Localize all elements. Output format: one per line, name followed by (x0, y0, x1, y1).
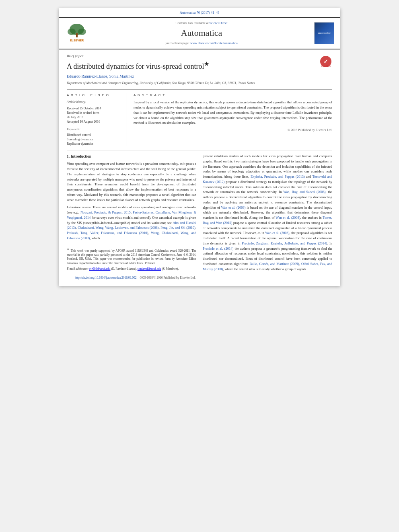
email-link-1[interactable]: ejr003@ucsd.edu (89, 267, 111, 271)
title-footnote-marker: ★ (204, 61, 209, 67)
copyright-line: © 2016 Published by Elsevier Ltd. (134, 128, 332, 132)
journal-thumbnail: automatica (314, 22, 334, 44)
authors-list: Eduardo Ramírez-Llanos, Sonia Martínez (67, 74, 332, 79)
journal-thumbnail-area: automatica (312, 22, 336, 44)
revised-date: 26 July 2016 (67, 115, 123, 119)
svg-text:CrossMark: CrossMark (321, 65, 331, 67)
cite-preciado[interactable]: Preciado, Zargham, Enyioha, Jadbabaie, a… (242, 241, 327, 245)
doi-link[interactable]: http://dx.doi.org/10.1016/j.automatica.2… (75, 276, 136, 280)
svg-text:✓: ✓ (323, 58, 328, 65)
footnote-star-note: ★ This work was partly supported by AFOS… (67, 248, 196, 266)
cite-peng[interactable]: Peng, Jin, and Shi (2010) (160, 226, 195, 230)
page: Automatica 76 (2017) 41–48 ELSEVIER Cont… (59, 8, 340, 286)
homepage-line: journal homepage: www.elsevier.com/locat… (95, 41, 308, 45)
intro-paragraph-1: Virus spreading over computer and human … (67, 161, 196, 202)
cite-chakrabarti[interactable]: Chakrabarti, Wang, Wang, Leskovec, and F… (78, 226, 159, 230)
cite-enyioha[interactable]: Enyioha, Preciado, and Pappas (2013) (251, 175, 305, 179)
bottom-bar: http://dx.doi.org/10.1016/j.automatica.2… (67, 274, 332, 282)
paper-content: ✓ CrossMark Brief paper A distributed dy… (59, 49, 340, 286)
body-left-column: 1. Introduction Virus spreading over com… (67, 154, 196, 274)
svg-rect-4 (76, 33, 78, 37)
cite-wanet2[interactable]: Wan et al. (2008) (276, 216, 300, 220)
abstract-heading: A B S T R A C T (134, 93, 332, 97)
homepage-link[interactable]: www.elsevier.com/locate/automatica (190, 41, 238, 45)
email-link-2[interactable]: soniamd@ucsd.edu (138, 267, 161, 271)
body-section: 1. Introduction Virus spreading over com… (67, 154, 332, 274)
cite-wan[interactable]: Wan, Roy, and Saberi (2008) (283, 190, 325, 194)
sciencedirect-link[interactable]: ScienceDirect (210, 21, 228, 25)
received-date: Received 15 October 2014 (67, 106, 123, 111)
contents-available-line: Contents lists available at ScienceDirec… (95, 21, 308, 25)
body-right-column: present validation studies of such model… (203, 154, 332, 274)
journal-citation: Automatica 76 (2017) 41–48 (59, 8, 340, 17)
journal-header: ELSEVIER Contents lists available at Sci… (59, 17, 340, 49)
cite-preciadoet[interactable]: Preciado et al. (2014) (203, 246, 233, 251)
keyword-1: Distributed control (67, 133, 123, 137)
cite-prakash[interactable]: Prakash, Tong, Valler, Faloutsos, and Fa… (67, 231, 148, 235)
svg-point-3 (78, 29, 86, 35)
right-paragraph-1: present validation studies of such model… (203, 154, 332, 271)
keyword-3: Replicator dynamics (67, 142, 123, 146)
article-info-abstract-section: A R T I C L E I N F O Article history: R… (67, 89, 332, 146)
section-1-title: 1. Introduction (67, 154, 196, 159)
crossmark-icon: ✓ CrossMark (319, 55, 332, 68)
cite-wanet[interactable]: Wan et al. (2008) (221, 205, 246, 210)
cite-nowzari[interactable]: Nowzari, Preciado, & Pappas, 2015 (80, 210, 131, 214)
article-info-panel: A R T I C L E I N F O Article history: R… (67, 93, 127, 146)
accepted-date: Accepted 10 August 2016 (67, 119, 123, 124)
cite-wanet3[interactable]: Wan et al. (2008) (265, 231, 289, 235)
svg-point-2 (68, 29, 76, 35)
revised-label: Received in revised form (67, 111, 123, 115)
article-info-heading: A R T I C L E I N F O (67, 93, 123, 97)
intro-paragraph-2: Literature review. There are several mod… (67, 205, 196, 240)
journal-header-center: Contents lists available at ScienceDirec… (95, 21, 308, 45)
cite-bullo[interactable]: Bullo, Cortés, and Martínez (2009) (249, 262, 299, 266)
paper-type-label: Brief paper (67, 53, 332, 59)
keyword-2: Spreading dynamics (67, 137, 123, 142)
paper-title: A distributed dynamics for virus-spread … (67, 60, 332, 71)
section-divider (67, 150, 332, 150)
abstract-panel: A B S T R A C T Inspired by a local vers… (134, 93, 332, 146)
affiliation-text: Department of Mechanical and Aerospace E… (67, 81, 332, 85)
issn-text: 0005-1098/© 2016 Published by Elsevier L… (140, 276, 195, 280)
footnote-email: E-mail addresses: ejr003@ucsd.edu (E. Ra… (67, 267, 196, 271)
footnote-area: ★ This work was partly supported by AFOS… (67, 245, 196, 271)
elsevier-logo: ELSEVIER (63, 21, 91, 45)
citation-text: Automatica 76 (2017) 41–48 (180, 10, 219, 14)
svg-text:ELSEVIER: ELSEVIER (70, 39, 84, 42)
abstract-text: Inspired by a local version of the repli… (134, 100, 332, 125)
keywords-label: Keywords: (67, 127, 123, 131)
journal-title: Automatica (95, 27, 308, 39)
article-history-label: Article history: (67, 100, 123, 104)
cite-torres[interactable]: Torres, Roy, and Wan (2015) (203, 216, 332, 225)
